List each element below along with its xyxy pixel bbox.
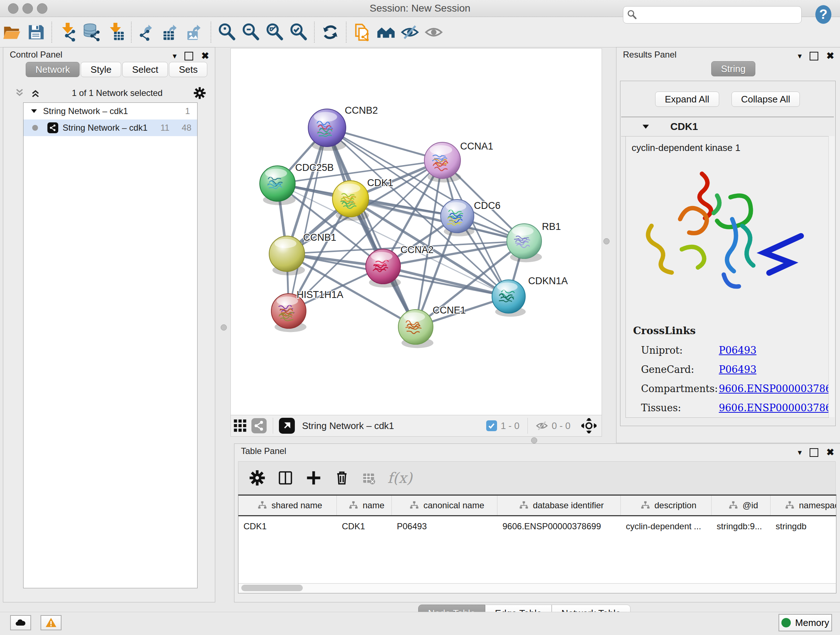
table-cell[interactable]: CDK1 [337,516,392,537]
add-column-icon[interactable] [306,470,322,486]
node-CCNB2[interactable]: CCNB2 [308,105,378,151]
table-hscroll-thumb[interactable] [241,585,303,591]
zoom-selected-button[interactable] [286,20,310,44]
table-cell[interactable]: cyclin-dependent ... [621,516,712,537]
export-table-button[interactable] [159,20,183,44]
expand-all-button[interactable]: Expand All [655,92,719,107]
first-neighbors-button[interactable] [374,20,398,44]
birds-eye-view-button[interactable] [249,416,268,435]
selected-checkbox-icon[interactable] [486,420,497,431]
control-panel-float-button[interactable]: ▾ [172,51,177,61]
table-cell[interactable]: 9606.ENSP00000378699 [497,516,621,537]
network-canvas[interactable]: CCNB2CCNA1CDC25BCDK1CDC6RB1CCNB1CCNA2CDK… [231,48,602,415]
hide-selected-button[interactable] [398,20,422,44]
memory-button[interactable]: Memory [778,614,832,631]
crosslink-link[interactable]: P06493 [719,345,756,356]
edge-CCNB2-HIST1H1A[interactable] [289,128,327,311]
table-cell[interactable]: P06493 [392,516,497,537]
left-sash-handle[interactable] [221,325,227,331]
crosslink-link[interactable]: P06493 [719,364,756,375]
tab-sets[interactable]: Sets [169,62,207,77]
cloud-status-button[interactable] [10,615,31,630]
protein-structure-image [633,158,821,310]
results-panel-float-button[interactable]: ▾ [798,51,802,61]
section-expander-icon[interactable] [641,122,650,131]
edge-CCNA2-CDKN1A[interactable] [383,266,508,296]
table-cell[interactable]: CDK1 [238,516,337,537]
collapse-all-button[interactable]: Collapse All [731,92,800,107]
gene-section-header[interactable]: CDK1 [621,117,834,136]
bottom-sash-handle[interactable] [531,437,537,443]
search-input[interactable] [641,10,801,20]
table-row[interactable]: CDK1CDK1P064939606.ENSP00000378699cyclin… [238,516,836,537]
import-network-database-button[interactable] [80,20,103,44]
tab-string-results[interactable]: String [711,61,755,76]
node-RB1[interactable]: RB1 [507,221,561,262]
warnings-button[interactable] [41,615,62,630]
zoom-in-button[interactable] [215,20,239,44]
results-panel-close-button[interactable]: ✖ [826,50,834,62]
table-cell[interactable]: stringdb [771,516,836,537]
crosslink-link[interactable]: 9606.ENSP00000378699 [719,402,829,413]
column-header-canonical-name[interactable]: canonical name [392,496,497,515]
help-button[interactable]: ? [813,4,834,25]
table-panel-close-button[interactable]: ✖ [826,447,834,458]
collapse-all-networks-icon[interactable] [14,88,25,98]
warning-icon [45,617,57,629]
node-HIST1H1A[interactable]: HIST1H1A [271,289,343,332]
control-panel-close-button[interactable]: ✖ [201,50,209,62]
import-database-icon [82,23,101,42]
pan-crosshair-icon[interactable] [581,418,597,433]
table-cell[interactable]: stringdb:9... [712,516,771,537]
crosslink-link[interactable]: 9606.ENSP00000378699 [719,383,829,394]
show-columns-icon[interactable] [278,470,294,486]
control-panel-maximize-button[interactable] [185,52,193,60]
column-header-description[interactable]: description [621,496,712,515]
open-view-in-window-button[interactable] [278,416,296,435]
network-collection-row[interactable]: String Network – cdk1 1 [24,103,197,119]
column-header-namespace[interactable]: namespace [771,496,836,515]
table-options-gear-icon[interactable] [249,470,265,486]
zoom-fit-button[interactable] [263,20,286,44]
refresh-view-button[interactable] [318,20,342,44]
column-header--id[interactable]: @id [712,496,771,515]
node-CDC6[interactable]: CDC6 [441,200,501,236]
table-panel-maximize-button[interactable] [810,448,818,457]
node-CCNA1[interactable]: CCNA1 [424,141,493,182]
column-header-shared-name[interactable]: shared name [238,496,337,515]
column-header-name[interactable]: name [337,496,392,515]
tab-style[interactable]: Style [81,62,121,77]
collection-count: 1 [185,106,190,116]
export-image-button[interactable] [183,20,207,44]
import-network-file-button[interactable] [56,20,80,44]
expand-all-networks-icon[interactable] [30,88,41,98]
table-hscrollbar[interactable] [238,583,836,593]
network-row[interactable]: String Network – cdk1 11 48 [24,119,197,136]
table-panel-float-button[interactable]: ▾ [798,448,802,457]
search-icon [627,10,637,20]
show-all-button[interactable] [422,20,446,44]
right-sash-handle[interactable] [603,238,609,244]
network-options-gear-icon[interactable] [194,87,206,99]
tab-select[interactable]: Select [122,62,168,77]
zoom-out-button[interactable] [239,20,263,44]
open-session-button[interactable] [0,20,24,44]
node-CDK1[interactable]: CDK1 [332,177,393,221]
column-header-database-identifier[interactable]: database identifier [497,496,621,515]
show-grid-button[interactable] [231,416,249,435]
save-floppy-icon [27,23,45,42]
tab-network[interactable]: Network [26,62,80,77]
crosslinks-section: CrossLinks Uniprot:P06493GeneCard:P06493… [633,325,829,418]
export-network-button[interactable] [135,20,159,44]
collection-expander-icon[interactable] [30,107,38,115]
import-table-file-button[interactable] [103,20,127,44]
new-network-from-selection-button[interactable] [350,20,374,44]
node-CDKN1A[interactable]: CDKN1A [492,276,568,317]
node-label-CDC25B: CDC25B [295,162,334,173]
copy-network-icon [353,23,371,42]
delete-column-icon[interactable] [334,470,350,486]
results-scrollbar[interactable] [829,136,835,417]
node-CCNE1[interactable]: CCNE1 [398,305,466,348]
results-panel-maximize-button[interactable] [810,52,818,60]
save-session-button[interactable] [24,20,48,44]
